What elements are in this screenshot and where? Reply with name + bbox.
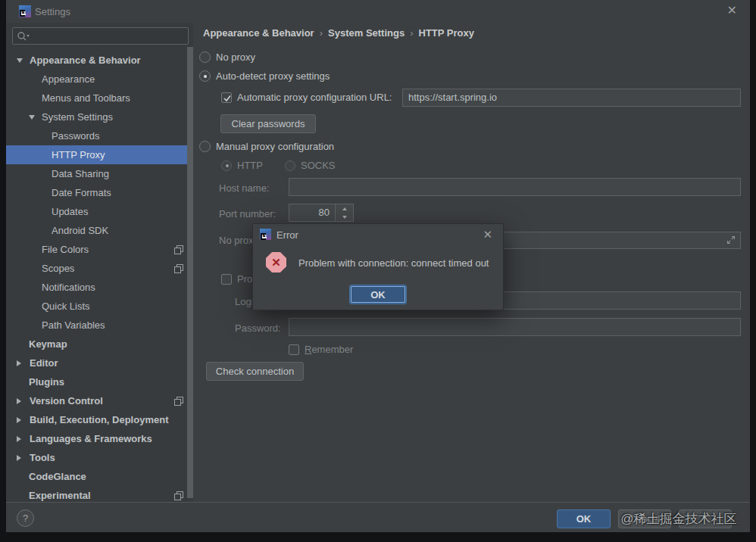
expand-field-icon[interactable] xyxy=(726,235,736,245)
radio-icon xyxy=(199,70,211,82)
socks-radio[interactable]: SOCKS xyxy=(285,160,336,171)
radio-icon xyxy=(199,141,211,152)
checkbox-icon xyxy=(289,344,299,355)
auto-url-value: https://start.spring.io xyxy=(408,92,497,103)
port-spinner[interactable] xyxy=(336,204,354,222)
socks-label: SOCKS xyxy=(301,160,336,171)
help-button[interactable]: ? xyxy=(17,509,34,527)
breadcrumb: Appearance & Behavior›System Settings›HT… xyxy=(203,27,474,39)
footer-bar: ? OK Cancel @稀土掘金技术社区 xyxy=(6,502,750,532)
http-radio[interactable]: HTTP xyxy=(221,160,263,171)
error-dialog: IJ Error ✕ ✕ Problem with connection: co… xyxy=(252,223,504,310)
error-dialog-close-icon[interactable]: ✕ xyxy=(483,228,492,241)
intellij-logo-icon: IJ xyxy=(260,229,271,240)
radio-icon xyxy=(199,51,211,63)
error-dialog-title: Error xyxy=(276,229,298,241)
clear-passwords-button[interactable]: Clear passwords xyxy=(220,114,316,133)
error-dialog-title-bar: IJ Error ✕ xyxy=(253,224,503,245)
manual-proxy-label: Manual proxy configuration xyxy=(216,141,334,152)
check-connection-button[interactable]: Check connection xyxy=(206,362,304,381)
no-proxy-radio[interactable]: No proxy xyxy=(199,51,255,63)
watermark: @稀土掘金技术社区 xyxy=(609,510,748,528)
breadcrumb-item: HTTP Proxy xyxy=(419,27,474,39)
radio-icon xyxy=(285,160,295,171)
breadcrumb-item[interactable]: System Settings xyxy=(328,27,405,39)
auto-url-field[interactable]: https://start.spring.io xyxy=(402,89,741,107)
radio-icon xyxy=(221,160,232,171)
clear-passwords-label: Clear passwords xyxy=(232,118,305,129)
check-connection-label: Check connection xyxy=(216,366,294,377)
password-field[interactable] xyxy=(289,318,741,336)
port-number-label: Port number: xyxy=(219,208,276,220)
http-label: HTTP xyxy=(237,160,263,171)
error-ok-button[interactable]: OK xyxy=(349,285,407,304)
password-label: Password: xyxy=(235,322,281,334)
remember-label: Remember xyxy=(305,344,353,355)
breadcrumb-separator: › xyxy=(314,27,328,39)
auto-detect-radio[interactable]: Auto-detect proxy settings xyxy=(199,70,330,82)
error-ok-label: OK xyxy=(370,289,386,301)
no-proxy-label: No proxy xyxy=(216,51,255,63)
port-number-value: 80 xyxy=(319,207,330,218)
host-name-label: Host name: xyxy=(219,182,269,194)
settings-window: IJ Settings ✕ Appearance & BehaviorAppea… xyxy=(6,0,750,532)
auto-url-label: Automatic proxy configuration URL: xyxy=(237,92,392,103)
spinner-down-icon[interactable] xyxy=(336,213,353,221)
port-number-field[interactable]: 80 xyxy=(289,204,336,222)
ok-label: OK xyxy=(576,513,592,525)
remember-checkbox[interactable]: Remember xyxy=(289,344,353,355)
breadcrumb-separator: › xyxy=(405,27,418,39)
error-icon: ✕ xyxy=(266,252,286,273)
manual-proxy-radio[interactable]: Manual proxy configuration xyxy=(199,141,334,152)
auto-detect-label: Auto-detect proxy settings xyxy=(216,70,330,82)
breadcrumb-item[interactable]: Appearance & Behavior xyxy=(203,27,314,39)
error-message: Problem with connection: connect timed o… xyxy=(298,257,489,269)
ok-button[interactable]: OK xyxy=(557,509,611,528)
host-name-field[interactable] xyxy=(289,178,741,196)
checkbox-icon xyxy=(221,274,232,285)
auto-url-checkbox[interactable]: Automatic proxy configuration URL: xyxy=(221,92,392,103)
spinner-up-icon[interactable] xyxy=(336,204,353,213)
checkbox-icon xyxy=(221,92,232,103)
